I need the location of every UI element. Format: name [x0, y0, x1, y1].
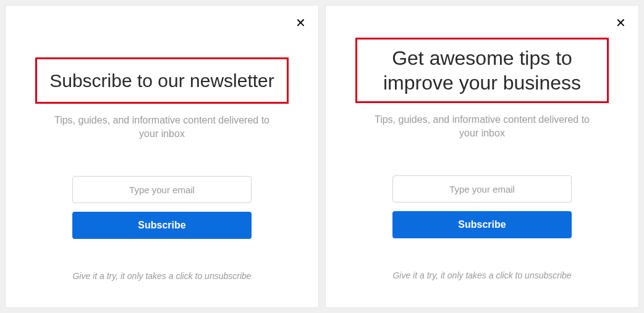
close-icon[interactable]: ✕	[295, 17, 306, 29]
subscribe-button[interactable]: Subscribe	[72, 212, 252, 239]
popup-footnote: Give it a try, it only takes a click to …	[72, 271, 251, 281]
popup-subtitle: Tips, guides, and informative content de…	[51, 114, 273, 140]
subscribe-button[interactable]: Subscribe	[392, 211, 572, 238]
popup-footnote: Give it a try, it only takes a click to …	[392, 270, 571, 280]
heading-highlight-box: Get awesome tips to improve your busines…	[355, 38, 609, 103]
heading-highlight-box: Subscribe to our newsletter	[35, 57, 289, 104]
email-input[interactable]	[392, 175, 572, 202]
popup-heading: Subscribe to our newsletter	[46, 68, 278, 94]
close-icon[interactable]: ✕	[616, 17, 626, 29]
popup-subtitle: Tips, guides, and informative content de…	[371, 113, 593, 140]
popup-heading: Get awesome tips to improve your busines…	[357, 44, 607, 96]
email-input[interactable]	[72, 176, 252, 203]
newsletter-popup-variant-b: ✕ Get awesome tips to improve your busin…	[325, 5, 639, 308]
newsletter-popup-variant-a: ✕ Subscribe to our newsletter Tips, guid…	[5, 5, 319, 308]
